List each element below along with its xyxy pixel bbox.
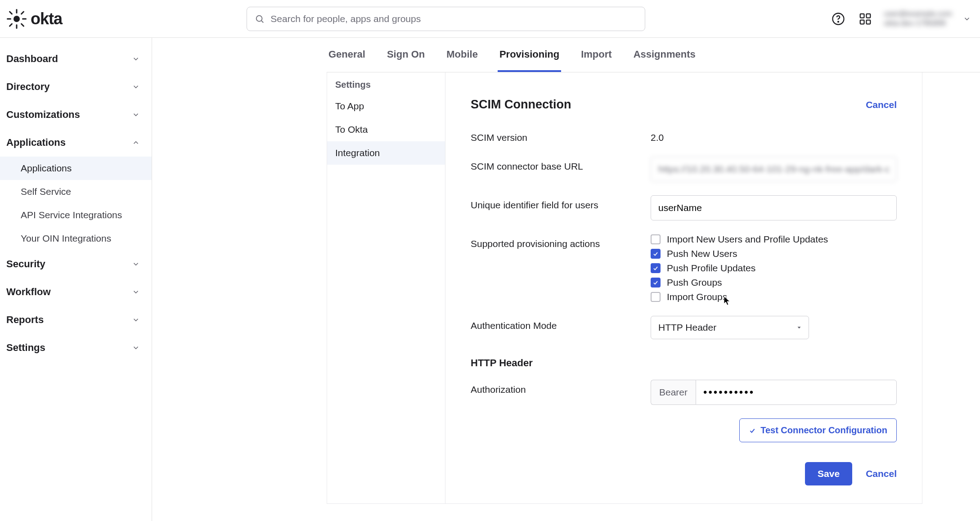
okta-sunburst-icon xyxy=(6,9,27,29)
tab-assignments[interactable]: Assignments xyxy=(632,38,697,72)
tab-label: Assignments xyxy=(634,49,696,60)
svg-rect-3 xyxy=(7,18,11,19)
checkbox-icon xyxy=(651,278,661,287)
nav-section-directory[interactable]: Directory xyxy=(0,73,152,101)
footer-actions: Save Cancel xyxy=(471,462,897,485)
nav-section-security[interactable]: Security xyxy=(0,250,152,278)
nav-section-dashboard[interactable]: Dashboard xyxy=(0,45,152,73)
tab-label: General xyxy=(328,49,365,60)
checkbox-push-groups[interactable]: Push Groups xyxy=(651,277,897,288)
tab-label: Mobile xyxy=(446,49,478,60)
user-org: okta-dev-1795899 xyxy=(884,19,952,28)
checkbox-push-new-users[interactable]: Push New Users xyxy=(651,248,897,259)
nav-sub-self-service[interactable]: Self Service xyxy=(0,180,152,203)
nav-sub-api-service-integrations[interactable]: API Service Integrations xyxy=(0,203,152,227)
actions-label: Supported provisioning actions xyxy=(471,234,651,249)
left-nav: Dashboard Directory Customizations Appli… xyxy=(0,38,152,521)
tab-general[interactable]: General xyxy=(327,38,367,72)
test-connector-button[interactable]: Test Connector Configuration xyxy=(739,418,897,442)
row-base-url: SCIM connector base URL xyxy=(471,157,897,182)
checkbox-icon xyxy=(651,249,661,259)
tab-label: Import xyxy=(581,49,611,60)
checkbox-push-profile-updates[interactable]: Push Profile Updates xyxy=(651,263,897,274)
http-header-title: HTTP Header xyxy=(471,357,897,369)
checkbox-import-groups[interactable]: Import Groups xyxy=(651,292,897,302)
main: General Sign On Mobile Provisioning Impo… xyxy=(152,38,980,521)
row-auth-mode: Authentication Mode HTTP Header xyxy=(471,316,897,339)
checkbox-icon xyxy=(651,263,661,273)
nav-section-customizations[interactable]: Customizations xyxy=(0,101,152,129)
nav-sub-label: Your OIN Integrations xyxy=(21,233,111,243)
checkbox-label: Push New Users xyxy=(667,248,737,259)
nav-sub-label: API Service Integrations xyxy=(21,210,122,220)
checkbox-icon xyxy=(651,234,661,244)
svg-point-0 xyxy=(13,16,20,22)
nav-section-workflow[interactable]: Workflow xyxy=(0,278,152,306)
user-menu[interactable]: user@example.com okta-dev-1795899 xyxy=(884,9,952,28)
tab-provisioning[interactable]: Provisioning xyxy=(498,38,561,72)
cancel-link-top[interactable]: Cancel xyxy=(866,99,897,110)
nav-section-reports[interactable]: Reports xyxy=(0,306,152,334)
search-input[interactable] xyxy=(247,7,645,31)
settings-item-to-okta[interactable]: To Okta xyxy=(327,118,445,141)
chevron-up-icon xyxy=(132,139,140,147)
chevron-down-icon[interactable] xyxy=(963,15,971,23)
nav-label: Reports xyxy=(6,314,44,326)
chevron-down-icon xyxy=(132,288,140,296)
tab-sign-on[interactable]: Sign On xyxy=(385,38,427,72)
scim-version-value: 2.0 xyxy=(651,128,897,143)
nav-label: Dashboard xyxy=(6,53,58,65)
card-title: SCIM Connection xyxy=(471,98,571,112)
checkbox-label: Import New Users and Profile Updates xyxy=(667,234,828,245)
bearer-token-input[interactable] xyxy=(696,380,897,405)
check-icon xyxy=(749,427,756,434)
settings-item-label: Integration xyxy=(335,148,380,158)
row-authorization: Authorization Bearer xyxy=(471,380,897,405)
svg-point-12 xyxy=(838,21,839,22)
brand-text: okta xyxy=(31,9,62,28)
auth-mode-select[interactable]: HTTP Header xyxy=(651,316,809,339)
content-row: Settings To App To Okta Integration SCIM… xyxy=(327,72,980,504)
brand-logo[interactable]: okta xyxy=(6,9,62,29)
uid-input[interactable] xyxy=(651,195,897,220)
tab-label: Sign On xyxy=(387,49,425,60)
nav-section-settings[interactable]: Settings xyxy=(0,334,152,362)
svg-rect-2 xyxy=(16,24,18,29)
app-launcher-icon[interactable] xyxy=(857,11,873,27)
settings-item-to-app[interactable]: To App xyxy=(327,94,445,118)
nav-label: Security xyxy=(6,258,45,270)
settings-item-integration[interactable]: Integration xyxy=(327,141,445,165)
checkbox-import-new-users[interactable]: Import New Users and Profile Updates xyxy=(651,234,897,245)
select-value: HTTP Header xyxy=(658,322,716,333)
nav-sub-your-oin-integrations[interactable]: Your OIN Integrations xyxy=(0,227,152,250)
top-header: okta user@example.com okta-dev-1795899 xyxy=(0,0,980,38)
cancel-link-bottom[interactable]: Cancel xyxy=(866,468,897,479)
auth-mode-label: Authentication Mode xyxy=(471,316,651,331)
svg-rect-7 xyxy=(20,10,24,14)
nav-sub-applications[interactable]: Applications xyxy=(0,157,152,180)
base-url-label: SCIM connector base URL xyxy=(471,157,651,172)
help-icon[interactable] xyxy=(830,11,846,27)
chevron-down-icon xyxy=(132,55,140,63)
checkbox-label: Push Groups xyxy=(667,277,722,288)
tab-mobile[interactable]: Mobile xyxy=(445,38,480,72)
svg-rect-1 xyxy=(16,9,18,13)
save-button[interactable]: Save xyxy=(805,462,852,485)
settings-panel: Settings To App To Okta Integration xyxy=(327,72,445,504)
button-label: Test Connector Configuration xyxy=(760,425,887,436)
test-button-row: Test Connector Configuration xyxy=(471,418,897,442)
nav-section-applications[interactable]: Applications xyxy=(0,129,152,157)
svg-rect-5 xyxy=(9,10,13,14)
row-scim-version: SCIM version 2.0 xyxy=(471,128,897,143)
base-url-input[interactable] xyxy=(651,157,897,182)
nav-sub-label: Self Service xyxy=(21,186,71,197)
bearer-prefix: Bearer xyxy=(651,380,696,405)
settings-item-label: To Okta xyxy=(335,124,368,135)
chevron-down-icon xyxy=(132,316,140,324)
user-email: user@example.com xyxy=(884,9,952,18)
svg-rect-13 xyxy=(860,13,864,18)
svg-rect-8 xyxy=(9,22,13,27)
svg-rect-16 xyxy=(866,20,870,24)
svg-rect-15 xyxy=(860,20,864,24)
tab-import[interactable]: Import xyxy=(579,38,613,72)
